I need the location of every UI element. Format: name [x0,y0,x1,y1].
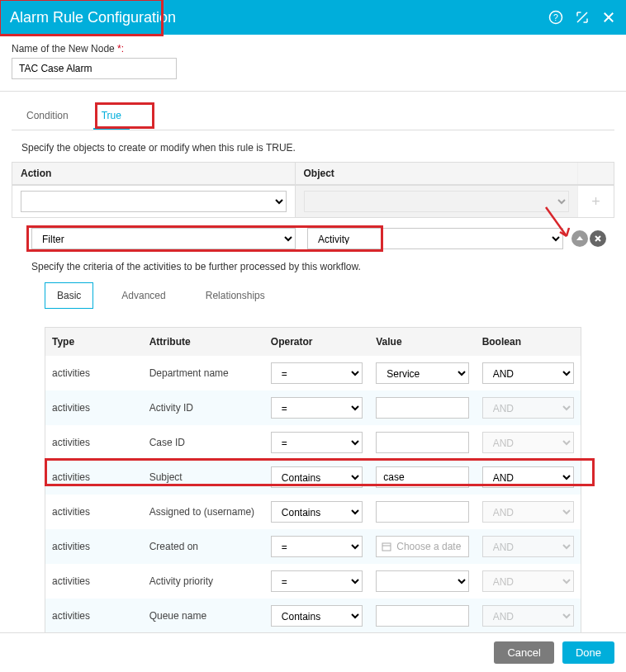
cell-value: Service [369,356,475,390]
operator-select[interactable]: = [271,432,363,453]
expand-icon[interactable] [575,10,590,25]
cell-boolean: AND [476,599,581,633]
cancel-button[interactable]: Cancel [494,641,553,664]
operator-select[interactable]: = [271,362,363,384]
value-select[interactable]: Service [376,362,468,384]
cell-type: activities [45,495,143,529]
table-row: activitiesCreated on=Choose a dateAND [45,529,581,564]
boolean-select: AND [482,432,574,453]
criteria-table-container: Type Attribute Operator Value Boolean ac… [12,327,614,634]
th-value: Value [369,328,475,356]
table-row: activitiesQueue nameContainsAND [45,599,581,633]
cell-operator: = [264,390,369,425]
operator-select[interactable]: Contains [271,466,363,488]
cell-attribute: Activity priority [143,564,264,599]
value-select[interactable] [376,570,468,592]
filter-row-container: Filter Activity [12,228,614,249]
value-input[interactable] [376,501,468,523]
filter-action-select[interactable]: Filter [31,228,296,249]
help-icon[interactable]: ? [548,10,563,25]
cell-type: activities [45,599,143,633]
cell-value [369,495,475,529]
cell-type: activities [45,460,143,495]
operator-select[interactable]: Contains [271,501,363,523]
th-operator: Operator [264,328,369,356]
value-input[interactable] [376,432,468,453]
boolean-select[interactable]: AND [482,362,574,384]
filter-row-actions [571,230,606,247]
action-object-body-row: + [12,185,614,218]
cell-value: Choose a date [369,529,475,564]
cell-boolean: AND [476,425,581,460]
filter-object-select[interactable]: Activity [307,228,563,249]
action-header: Action [12,163,296,184]
value-input[interactable] [376,605,468,627]
cell-operator: = [264,564,369,599]
boolean-select: AND [482,501,574,523]
table-row: activitiesSubjectContainsAND [45,460,581,495]
cell-boolean: AND [476,529,581,564]
table-row: activitiesActivity ID=AND [45,390,581,425]
criteria-description: Specify the criteria of the activities t… [31,261,614,272]
subtab-basic[interactable]: Basic [45,282,93,309]
subtab-advanced[interactable]: Advanced [110,283,177,308]
criteria-table: Type Attribute Operator Value Boolean ac… [45,328,581,633]
cell-boolean: AND [476,390,581,425]
action-select[interactable] [21,191,287,212]
node-name-input[interactable] [12,58,177,79]
table-row: activitiesActivity priority=AND [45,564,581,599]
boolean-select: AND [482,605,574,627]
table-row: activitiesCase ID=AND [45,425,581,460]
table-row: activitiesDepartment name=ServiceAND [45,356,581,390]
value-input[interactable] [376,466,468,488]
operator-select[interactable]: = [271,536,363,557]
action-object-header-row: Action Object [12,162,614,185]
th-attribute: Attribute [143,328,264,356]
tab-condition[interactable]: Condition [18,103,77,130]
move-up-icon[interactable] [571,230,588,247]
close-icon[interactable] [601,10,616,25]
divider [0,91,626,92]
th-boolean: Boolean [476,328,581,356]
cell-attribute: Activity ID [143,390,264,425]
cell-boolean: AND [476,356,581,390]
titlebar: Alarm Rule Configuration ? [0,0,626,35]
cell-operator: Contains [264,460,369,495]
done-button[interactable]: Done [562,641,614,664]
cell-attribute: Assigned to (username) [143,495,264,529]
boolean-select: AND [482,536,574,557]
calendar-icon [382,542,391,551]
table-row: activitiesAssigned to (username)Contains… [45,495,581,529]
value-date-input[interactable]: Choose a date [376,536,468,557]
object-header: Object [296,163,578,184]
cell-boolean: AND [476,495,581,529]
object-select [304,191,570,212]
cell-attribute: Created on [143,529,264,564]
criteria-tabs: Basic Advanced Relationships [12,282,614,309]
cell-boolean: AND [476,460,581,495]
operator-select[interactable]: = [271,570,363,592]
tab-true[interactable]: True [93,103,130,130]
cell-value [369,599,475,633]
cell-attribute: Department name [143,356,264,390]
cell-operator: Contains [264,599,369,633]
cell-value [369,460,475,495]
cell-type: activities [45,564,143,599]
node-name-label: Name of the New Node *: [12,43,614,54]
cell-operator: = [264,425,369,460]
value-input[interactable] [376,397,468,419]
cell-value [369,564,475,599]
add-icon[interactable]: + [591,193,600,211]
cell-type: activities [45,356,143,390]
boolean-select: AND [482,570,574,592]
operator-select[interactable]: = [271,397,363,419]
page-title: Alarm Rule Configuration [10,9,176,26]
operator-select[interactable]: Contains [271,605,363,627]
remove-icon[interactable] [590,230,606,247]
boolean-select[interactable]: AND [482,466,574,488]
subtab-relationships[interactable]: Relationships [194,283,277,308]
cell-type: activities [45,425,143,460]
cell-attribute: Case ID [143,425,264,460]
cell-value [369,425,475,460]
cell-attribute: Subject [143,460,264,495]
